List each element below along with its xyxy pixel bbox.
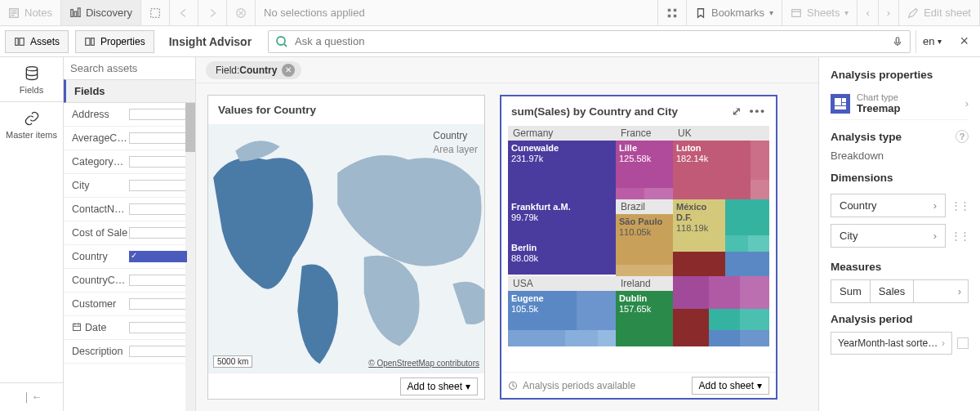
treemap-cell[interactable] <box>751 141 769 180</box>
treemap-cell[interactable]: Berlin88.08k <box>508 240 616 275</box>
field-row[interactable]: Customer <box>64 293 195 316</box>
field-label: Cost of Sale <box>72 227 129 239</box>
treemap-cell[interactable] <box>709 309 740 330</box>
treemap-cell[interactable] <box>748 235 769 252</box>
field-checkbox[interactable] <box>129 156 188 168</box>
field-checkbox[interactable] <box>129 346 188 357</box>
treemap-cell[interactable]: Dublin157.65k <box>616 291 673 346</box>
microphone-icon[interactable] <box>892 36 903 47</box>
treemap-card[interactable]: sum(Sales) by Country and City ⤢ ••• Ger… <box>500 95 777 400</box>
ask-question-input[interactable] <box>295 35 892 47</box>
treemap-cell[interactable]: Luton182.14k <box>673 141 751 199</box>
measure-sales[interactable]: Sum Sales › <box>831 279 969 303</box>
treemap-cell[interactable] <box>709 330 740 346</box>
treemap-cell[interactable] <box>725 235 748 252</box>
treemap-cell[interactable]: Eugene105.5k <box>508 291 577 330</box>
treemap-cell[interactable]: México D.F.118.19k <box>673 199 725 252</box>
fields-search-input[interactable] <box>70 62 189 74</box>
field-checkbox[interactable] <box>129 180 188 191</box>
field-row[interactable]: CountryCode <box>64 269 195 293</box>
map-card[interactable]: Values for Country Country Are <box>207 95 485 400</box>
field-row[interactable]: Address <box>64 103 195 127</box>
prev-sheet-button[interactable]: ‹ <box>858 0 878 25</box>
properties-button[interactable]: Properties <box>75 30 154 53</box>
field-checkbox[interactable] <box>129 109 188 120</box>
chart-type-row[interactable]: Chart type Treemap › <box>831 87 969 120</box>
treemap-body[interactable]: GermanyCunewalde231.97kFrankfurt a.M.99.… <box>501 126 776 372</box>
treemap-cell[interactable] <box>577 291 616 330</box>
tree-add-to-sheet[interactable]: Add to sheet ▾ <box>692 377 769 395</box>
field-chip[interactable]: Field:Country ✕ <box>206 61 301 79</box>
close-button[interactable]: × <box>948 33 980 50</box>
treemap-country-header: UK <box>673 126 769 141</box>
chip-remove[interactable]: ✕ <box>282 64 295 77</box>
treemap-cell[interactable] <box>740 276 769 309</box>
field-row[interactable]: Description <box>64 340 195 364</box>
discovery-tab[interactable]: Discovery <box>61 0 141 25</box>
step-back-button[interactable] <box>170 0 198 25</box>
treemap-cell[interactable] <box>565 330 598 346</box>
treemap-cell[interactable]: Lille125.58k <box>616 141 673 188</box>
field-row[interactable]: City <box>64 174 195 198</box>
field-checkbox[interactable] <box>129 322 188 333</box>
field-row[interactable]: AverageCallSatisfa... <box>64 127 195 150</box>
more-icon[interactable]: ••• <box>750 105 766 118</box>
treemap-cell[interactable]: Frankfurt a.M.99.79k <box>508 199 616 240</box>
treemap-cell[interactable] <box>725 199 769 235</box>
treemap-cell[interactable] <box>740 309 769 330</box>
treemap-cell[interactable] <box>740 330 769 346</box>
field-checkbox[interactable] <box>129 275 188 286</box>
map-body[interactable]: Country Area layer 5000 km © OpenStreetM… <box>208 124 484 373</box>
language-selector[interactable]: en ▾ <box>915 30 948 53</box>
treemap-cell[interactable] <box>709 276 740 309</box>
dimension-country[interactable]: Country › <box>831 194 946 217</box>
sheets-button[interactable]: Sheets ▾ <box>782 0 858 25</box>
assets-button[interactable]: Assets <box>5 30 69 53</box>
analysis-period[interactable]: YearMonth-last sorte… › <box>831 332 952 355</box>
fields-header[interactable]: Fields <box>64 79 195 103</box>
field-row[interactable]: Country <box>64 245 195 269</box>
treemap-cell[interactable] <box>598 330 616 346</box>
period-checkbox[interactable] <box>957 337 969 349</box>
bookmarks-button[interactable]: Bookmarks ▾ <box>687 0 782 25</box>
rail-master-items[interactable]: Master items <box>0 102 63 146</box>
treemap-cell[interactable]: São Paulo110.05k <box>616 214 673 265</box>
field-row[interactable]: Cost of Sale <box>64 221 195 245</box>
field-row[interactable]: Date <box>64 316 195 340</box>
clear-sel-button[interactable] <box>227 0 256 25</box>
field-checkbox[interactable] <box>129 298 188 310</box>
expand-icon[interactable]: ⤢ <box>732 105 742 118</box>
treemap-cell[interactable] <box>673 252 725 276</box>
help-icon[interactable]: ? <box>956 130 969 143</box>
edit-sheet-button[interactable]: Edit sheet <box>899 0 980 25</box>
dimension-city[interactable]: City › <box>831 224 946 248</box>
field-row[interactable]: ContactName <box>64 198 195 221</box>
treemap-cell[interactable] <box>644 188 673 199</box>
drag-handle-icon[interactable]: ⋮⋮ <box>951 199 969 212</box>
field-checkbox[interactable] <box>129 132 188 144</box>
treemap-cell[interactable] <box>508 330 565 346</box>
field-checkbox[interactable] <box>129 203 188 215</box>
map-add-to-sheet[interactable]: Add to sheet ▾ <box>400 377 478 395</box>
treemap-cell[interactable] <box>616 265 673 276</box>
drag-handle-icon[interactable]: ⋮⋮ <box>951 230 969 242</box>
rail-fields[interactable]: Fields <box>0 57 63 102</box>
chart-type-value: Treemap <box>857 102 959 114</box>
treemap-cell[interactable] <box>751 180 769 199</box>
field-row[interactable]: CategoryName <box>64 150 195 174</box>
treemap-cell[interactable] <box>673 276 709 309</box>
step-fwd-button[interactable] <box>198 0 227 25</box>
next-sheet-button[interactable]: › <box>879 0 899 25</box>
ask-question-search[interactable] <box>268 30 911 53</box>
grid-button[interactable] <box>657 0 687 25</box>
treemap-cell[interactable] <box>616 188 644 199</box>
selection-tool-button[interactable] <box>141 0 170 25</box>
treemap-cell[interactable] <box>725 252 769 276</box>
treemap-cell[interactable] <box>673 309 709 346</box>
notes-tab[interactable]: Notes <box>0 0 61 25</box>
treemap-cell[interactable]: Cunewalde231.97k <box>508 141 616 199</box>
rail-collapse[interactable]: ｜← <box>0 382 63 411</box>
field-checkbox[interactable] <box>129 227 188 239</box>
map-attribution[interactable]: © OpenStreetMap contributors <box>368 359 479 368</box>
field-checkbox[interactable] <box>129 251 188 262</box>
